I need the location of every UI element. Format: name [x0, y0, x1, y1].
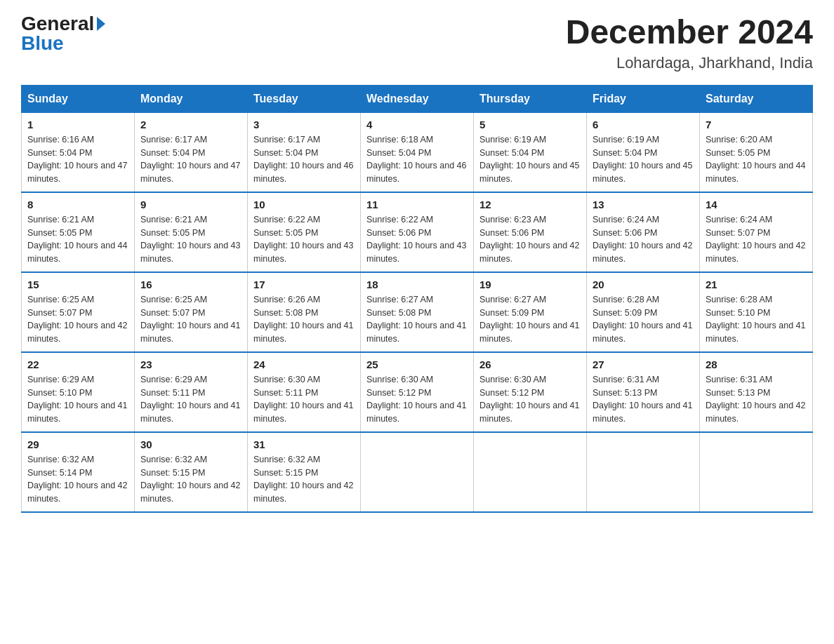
day-number: 30 [140, 438, 241, 450]
day-info: Sunrise: 6:32 AM Sunset: 5:14 PM Dayligh… [27, 453, 128, 506]
day-number: 10 [253, 199, 355, 210]
day-number: 25 [366, 358, 468, 370]
calendar-day-cell: 24 Sunrise: 6:30 AM Sunset: 5:11 PM Dayl… [248, 352, 361, 432]
logo-general-text: General [21, 14, 94, 34]
day-number: 4 [366, 119, 468, 130]
day-info: Sunrise: 6:18 AM Sunset: 5:04 PM Dayligh… [366, 133, 468, 186]
day-info: Sunrise: 6:22 AM Sunset: 5:06 PM Dayligh… [366, 213, 468, 266]
calendar-day-cell: 7 Sunrise: 6:20 AM Sunset: 5:05 PM Dayli… [700, 112, 813, 192]
day-info: Sunrise: 6:30 AM Sunset: 5:12 PM Dayligh… [366, 373, 468, 426]
day-number: 12 [479, 199, 581, 210]
day-number: 6 [593, 119, 694, 130]
day-info: Sunrise: 6:28 AM Sunset: 5:10 PM Dayligh… [706, 293, 807, 346]
day-number: 16 [140, 279, 241, 290]
day-info: Sunrise: 6:24 AM Sunset: 5:06 PM Dayligh… [593, 213, 694, 266]
weekday-header: Friday [587, 85, 700, 112]
day-number: 9 [140, 199, 241, 210]
day-info: Sunrise: 6:27 AM Sunset: 5:09 PM Dayligh… [479, 293, 581, 346]
day-number: 15 [27, 279, 128, 290]
day-number: 2 [140, 119, 241, 130]
weekday-header: Wednesday [361, 85, 474, 112]
calendar-week-row: 8 Sunrise: 6:21 AM Sunset: 5:05 PM Dayli… [22, 192, 813, 272]
day-info: Sunrise: 6:21 AM Sunset: 5:05 PM Dayligh… [140, 213, 241, 266]
page-header: General Blue December 2024 Lohardaga, Jh… [21, 14, 813, 72]
calendar-day-cell: 6 Sunrise: 6:19 AM Sunset: 5:04 PM Dayli… [587, 112, 700, 192]
calendar-day-cell: 27 Sunrise: 6:31 AM Sunset: 5:13 PM Dayl… [587, 352, 700, 432]
day-info: Sunrise: 6:32 AM Sunset: 5:15 PM Dayligh… [140, 453, 241, 506]
day-number: 28 [706, 358, 807, 370]
day-number: 21 [706, 279, 807, 290]
day-info: Sunrise: 6:31 AM Sunset: 5:13 PM Dayligh… [593, 373, 694, 426]
day-info: Sunrise: 6:32 AM Sunset: 5:15 PM Dayligh… [253, 453, 355, 506]
calendar-day-cell: 10 Sunrise: 6:22 AM Sunset: 5:05 PM Dayl… [248, 192, 361, 272]
calendar-week-row: 15 Sunrise: 6:25 AM Sunset: 5:07 PM Dayl… [22, 272, 813, 352]
calendar-header-row: SundayMondayTuesdayWednesdayThursdayFrid… [22, 85, 813, 112]
calendar-day-cell [587, 432, 700, 512]
calendar-day-cell: 18 Sunrise: 6:27 AM Sunset: 5:08 PM Dayl… [361, 272, 474, 352]
calendar-day-cell: 17 Sunrise: 6:26 AM Sunset: 5:08 PM Dayl… [248, 272, 361, 352]
calendar-day-cell: 5 Sunrise: 6:19 AM Sunset: 5:04 PM Dayli… [474, 112, 587, 192]
logo-arrow-icon [97, 17, 105, 31]
day-number: 20 [593, 279, 694, 290]
day-info: Sunrise: 6:28 AM Sunset: 5:09 PM Dayligh… [593, 293, 694, 346]
calendar-day-cell: 22 Sunrise: 6:29 AM Sunset: 5:10 PM Dayl… [22, 352, 135, 432]
logo-blue-text: Blue [21, 34, 64, 53]
calendar-day-cell: 15 Sunrise: 6:25 AM Sunset: 5:07 PM Dayl… [22, 272, 135, 352]
calendar-day-cell: 23 Sunrise: 6:29 AM Sunset: 5:11 PM Dayl… [135, 352, 248, 432]
calendar-day-cell: 20 Sunrise: 6:28 AM Sunset: 5:09 PM Dayl… [587, 272, 700, 352]
logo: General Blue [21, 14, 105, 53]
day-info: Sunrise: 6:27 AM Sunset: 5:08 PM Dayligh… [366, 293, 468, 346]
day-info: Sunrise: 6:25 AM Sunset: 5:07 PM Dayligh… [27, 293, 128, 346]
day-info: Sunrise: 6:19 AM Sunset: 5:04 PM Dayligh… [593, 133, 694, 186]
day-info: Sunrise: 6:29 AM Sunset: 5:10 PM Dayligh… [27, 373, 128, 426]
calendar-day-cell: 9 Sunrise: 6:21 AM Sunset: 5:05 PM Dayli… [135, 192, 248, 272]
calendar-day-cell: 19 Sunrise: 6:27 AM Sunset: 5:09 PM Dayl… [474, 272, 587, 352]
day-number: 7 [706, 119, 807, 130]
calendar-day-cell: 31 Sunrise: 6:32 AM Sunset: 5:15 PM Dayl… [248, 432, 361, 512]
day-info: Sunrise: 6:19 AM Sunset: 5:04 PM Dayligh… [479, 133, 581, 186]
calendar-day-cell: 2 Sunrise: 6:17 AM Sunset: 5:04 PM Dayli… [135, 112, 248, 192]
weekday-header: Tuesday [248, 85, 361, 112]
calendar-day-cell: 26 Sunrise: 6:30 AM Sunset: 5:12 PM Dayl… [474, 352, 587, 432]
day-info: Sunrise: 6:30 AM Sunset: 5:11 PM Dayligh… [253, 373, 355, 426]
day-number: 5 [479, 119, 581, 130]
calendar-day-cell: 12 Sunrise: 6:23 AM Sunset: 5:06 PM Dayl… [474, 192, 587, 272]
calendar-day-cell: 13 Sunrise: 6:24 AM Sunset: 5:06 PM Dayl… [587, 192, 700, 272]
day-number: 26 [479, 358, 581, 370]
calendar-day-cell [361, 432, 474, 512]
calendar-day-cell: 28 Sunrise: 6:31 AM Sunset: 5:13 PM Dayl… [700, 352, 813, 432]
day-info: Sunrise: 6:23 AM Sunset: 5:06 PM Dayligh… [479, 213, 581, 266]
day-info: Sunrise: 6:17 AM Sunset: 5:04 PM Dayligh… [140, 133, 241, 186]
day-info: Sunrise: 6:17 AM Sunset: 5:04 PM Dayligh… [253, 133, 355, 186]
calendar-day-cell: 25 Sunrise: 6:30 AM Sunset: 5:12 PM Dayl… [361, 352, 474, 432]
weekday-header: Monday [135, 85, 248, 112]
day-number: 17 [253, 279, 355, 290]
day-number: 22 [27, 358, 128, 370]
calendar-day-cell: 1 Sunrise: 6:16 AM Sunset: 5:04 PM Dayli… [22, 112, 135, 192]
day-info: Sunrise: 6:29 AM Sunset: 5:11 PM Dayligh… [140, 373, 241, 426]
day-number: 31 [253, 438, 355, 450]
day-number: 29 [27, 438, 128, 450]
calendar-day-cell [474, 432, 587, 512]
day-number: 24 [253, 358, 355, 370]
calendar-day-cell: 8 Sunrise: 6:21 AM Sunset: 5:05 PM Dayli… [22, 192, 135, 272]
day-number: 3 [253, 119, 355, 130]
day-number: 1 [27, 119, 128, 130]
day-number: 19 [479, 279, 581, 290]
day-number: 11 [366, 199, 468, 210]
day-number: 8 [27, 199, 128, 210]
calendar-day-cell: 11 Sunrise: 6:22 AM Sunset: 5:06 PM Dayl… [361, 192, 474, 272]
page-title: December 2024 [566, 14, 813, 51]
day-number: 23 [140, 358, 241, 370]
day-number: 27 [593, 358, 694, 370]
day-info: Sunrise: 6:16 AM Sunset: 5:04 PM Dayligh… [27, 133, 128, 186]
weekday-header: Sunday [22, 85, 135, 112]
title-block: December 2024 Lohardaga, Jharkhand, Indi… [566, 14, 813, 72]
calendar-day-cell: 21 Sunrise: 6:28 AM Sunset: 5:10 PM Dayl… [700, 272, 813, 352]
weekday-header: Thursday [474, 85, 587, 112]
day-info: Sunrise: 6:30 AM Sunset: 5:12 PM Dayligh… [479, 373, 581, 426]
day-info: Sunrise: 6:25 AM Sunset: 5:07 PM Dayligh… [140, 293, 241, 346]
day-info: Sunrise: 6:20 AM Sunset: 5:05 PM Dayligh… [706, 133, 807, 186]
calendar-week-row: 22 Sunrise: 6:29 AM Sunset: 5:10 PM Dayl… [22, 352, 813, 432]
calendar-day-cell: 30 Sunrise: 6:32 AM Sunset: 5:15 PM Dayl… [135, 432, 248, 512]
